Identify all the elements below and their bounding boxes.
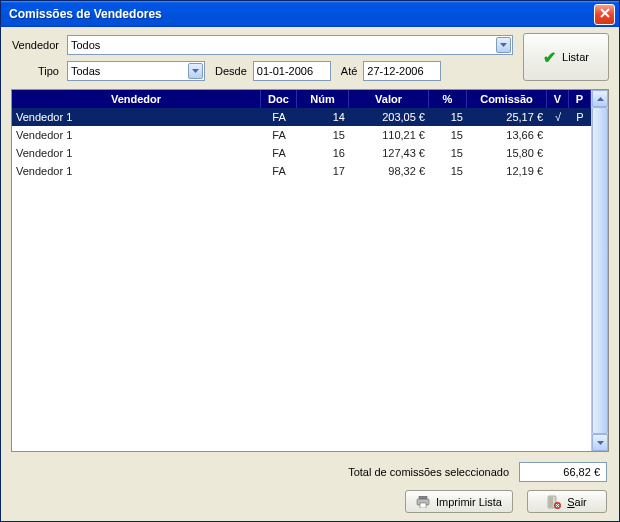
ate-input[interactable] [363,61,441,81]
footer-buttons: Imprimir Lista Sair [11,488,609,513]
cell-v: √ [547,108,569,126]
tipo-label: Tipo [11,65,63,77]
cell-pct: 15 [429,144,467,162]
cell-vendedor: Vendedor 1 [12,162,261,180]
cell-doc: FA [261,108,297,126]
cell-comissao: 13,66 € [467,126,547,144]
cell-valor: 110,21 € [349,126,429,144]
tipo-select[interactable]: Todas [67,61,205,81]
scroll-down-button[interactable] [592,434,608,451]
exit-icon [547,495,561,509]
col-header-p[interactable]: P [569,90,591,108]
cell-doc: FA [261,126,297,144]
grid-inner: Vendedor Doc Núm Valor % Comissão V P Ve… [12,90,591,451]
col-header-v[interactable]: V [547,90,569,108]
tipo-row: Tipo Todas Desde Até [11,61,609,81]
check-icon: ✔ [543,48,556,67]
vendedor-value: Todos [71,39,100,51]
exit-button[interactable]: Sair [527,490,607,513]
cell-valor: 127,43 € [349,144,429,162]
print-button[interactable]: Imprimir Lista [405,490,513,513]
printer-icon [416,496,430,508]
col-header-valor[interactable]: Valor [349,90,429,108]
totals-row: Total de comissões seleccionado 66,82 € [11,452,609,488]
cell-v [547,144,569,162]
cell-num: 16 [297,144,349,162]
cell-pct: 15 [429,162,467,180]
window-title: Comissões de Vendedores [9,7,162,21]
filters-panel: Vendedor Todos Tipo Todas Desde [11,35,609,81]
desde-input[interactable] [253,61,331,81]
svg-rect-4 [549,497,553,507]
cell-num: 14 [297,108,349,126]
chevron-down-icon [496,37,511,53]
table-row[interactable]: Vendedor 1FA1798,32 €1512,19 € [12,162,591,180]
vendedor-row: Vendedor Todos [11,35,609,55]
window: Comissões de Vendedores Vendedor Todos T… [0,0,620,522]
col-header-num[interactable]: Núm [297,90,349,108]
vendedor-select[interactable]: Todos [67,35,513,55]
cell-v [547,162,569,180]
cell-p [569,126,591,144]
col-header-vendedor[interactable]: Vendedor [12,90,261,108]
vendedor-label: Vendedor [11,39,63,51]
scroll-thumb[interactable] [592,107,608,434]
cell-valor: 203,05 € [349,108,429,126]
cell-doc: FA [261,162,297,180]
cell-vendedor: Vendedor 1 [12,108,261,126]
cell-p [569,144,591,162]
total-value-box: 66,82 € [519,462,607,482]
total-label: Total de comissões seleccionado [348,466,509,478]
col-header-doc[interactable]: Doc [261,90,297,108]
title-bar: Comissões de Vendedores [1,1,619,27]
cell-valor: 98,32 € [349,162,429,180]
cell-pct: 15 [429,126,467,144]
content-area: Vendedor Todos Tipo Todas Desde [1,27,619,521]
data-grid: Vendedor Doc Núm Valor % Comissão V P Ve… [11,89,609,452]
exit-label: Sair [567,496,587,508]
close-button[interactable] [594,4,615,25]
cell-pct: 15 [429,108,467,126]
scroll-up-button[interactable] [592,90,608,107]
svg-rect-0 [419,496,427,499]
col-header-pct[interactable]: % [429,90,467,108]
total-value: 66,82 € [563,466,600,478]
table-row[interactable]: Vendedor 1FA15110,21 €1513,66 € [12,126,591,144]
scroll-track[interactable] [592,107,608,434]
ate-label: Até [335,65,360,77]
cell-num: 15 [297,126,349,144]
cell-comissao: 25,17 € [467,108,547,126]
cell-p: P [569,108,591,126]
cell-v [547,126,569,144]
cell-comissao: 15,80 € [467,144,547,162]
print-label: Imprimir Lista [436,496,502,508]
cell-vendedor: Vendedor 1 [12,144,261,162]
desde-label: Desde [209,65,249,77]
col-header-comissao[interactable]: Comissão [467,90,547,108]
svg-rect-2 [420,503,426,508]
cell-p [569,162,591,180]
listar-button[interactable]: ✔ Listar [523,33,609,81]
tipo-value: Todas [71,65,100,77]
cell-comissao: 12,19 € [467,162,547,180]
grid-header: Vendedor Doc Núm Valor % Comissão V P [12,90,591,108]
close-icon [600,7,610,21]
chevron-down-icon [188,63,203,79]
grid-body: Vendedor 1FA14203,05 €1525,17 €√PVendedo… [12,108,591,451]
cell-num: 17 [297,162,349,180]
listar-label: Listar [562,51,589,63]
table-row[interactable]: Vendedor 1FA16127,43 €1515,80 € [12,144,591,162]
cell-doc: FA [261,144,297,162]
vertical-scrollbar[interactable] [591,90,608,451]
table-row[interactable]: Vendedor 1FA14203,05 €1525,17 €√P [12,108,591,126]
cell-vendedor: Vendedor 1 [12,126,261,144]
